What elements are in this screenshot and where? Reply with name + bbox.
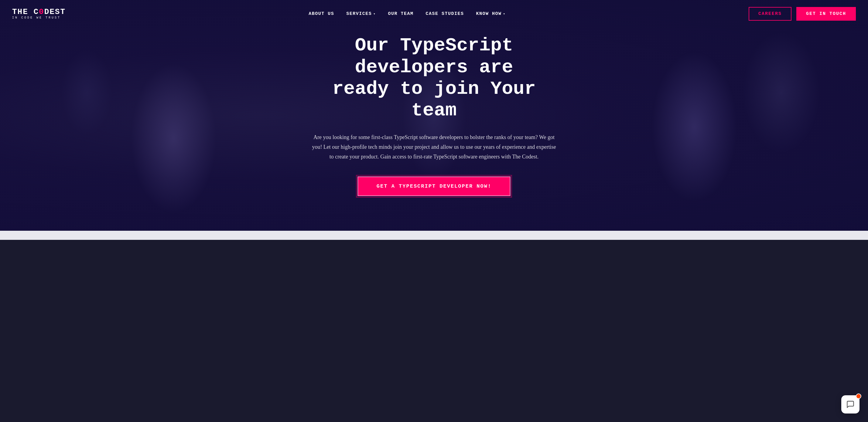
hero-title: Our TypeScript developers are ready to j… (309, 35, 559, 121)
chevron-down-icon-2: ▾ (503, 12, 506, 16)
hero-section: Our TypeScript developers are ready to j… (0, 0, 868, 231)
cta-button[interactable]: GET A TYPESCRIPT DEVELOPER NOW! (358, 176, 510, 196)
nav-item-case-studies[interactable]: CASE STUDIES (426, 11, 464, 17)
navbar: THE C0DEST IN CODE WE TRUST ABOUT US SER… (0, 0, 868, 27)
nav-link-know-how[interactable]: KNOW HOW ▾ (476, 11, 506, 17)
nav-links: ABOUT US SERVICES ▾ OUR TEAM CASE STUDIE… (309, 11, 505, 17)
nav-item-know-how[interactable]: KNOW HOW ▾ (476, 11, 506, 17)
nav-item-about-us[interactable]: ABOUT US (309, 11, 334, 17)
hero-content: Our TypeScript developers are ready to j… (297, 35, 571, 196)
nav-link-our-team[interactable]: OUR TEAM (388, 11, 413, 17)
nav-item-services[interactable]: SERVICES ▾ (346, 11, 376, 17)
nav-item-our-team[interactable]: OUR TEAM (388, 11, 413, 17)
get-in-touch-button[interactable]: GET IN TOUCH (796, 7, 856, 21)
hero-description: Are you looking for some first-class Typ… (309, 132, 559, 162)
careers-button[interactable]: CAREERS (749, 7, 792, 21)
footer-hint (0, 231, 868, 240)
nav-actions: CAREERS GET IN TOUCH (749, 7, 856, 21)
nav-link-about-us[interactable]: ABOUT US (309, 11, 334, 17)
nav-link-services[interactable]: SERVICES ▾ (346, 11, 376, 17)
logo-subtitle: IN CODE WE TRUST (12, 17, 66, 20)
chevron-down-icon: ▾ (373, 12, 376, 16)
nav-link-case-studies[interactable]: CASE STUDIES (426, 11, 464, 17)
logo-title: THE C0DEST (12, 8, 66, 16)
logo[interactable]: THE C0DEST IN CODE WE TRUST (12, 8, 66, 20)
